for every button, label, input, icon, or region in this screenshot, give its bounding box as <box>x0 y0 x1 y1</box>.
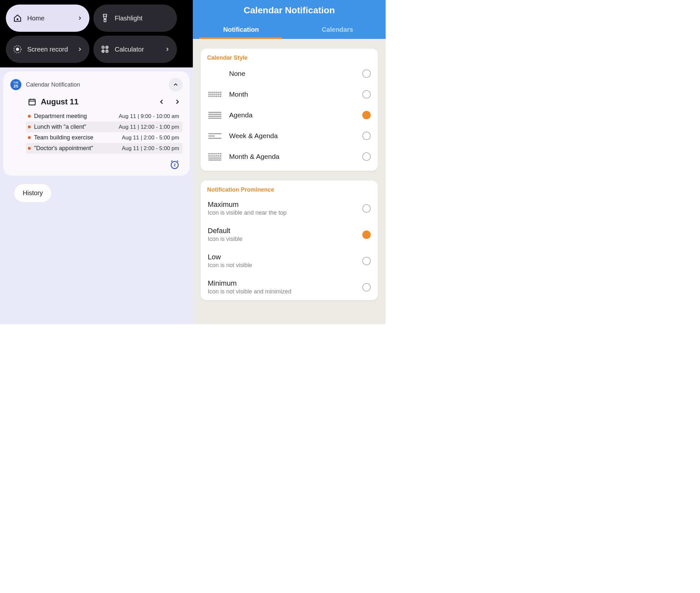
app-badge-icon: TUE 25 <box>10 79 22 90</box>
event-title: "Doctor's appointment" <box>34 145 93 152</box>
option-label: Month & Agenda <box>229 153 279 160</box>
event-row[interactable]: "Doctor's appointment" Aug 11 | 2:00 - 5… <box>26 143 182 154</box>
shortcut-label: Flashlight <box>115 14 142 22</box>
svg-rect-11 <box>29 99 35 105</box>
quick-shortcuts: Home Flashlight Screen record <box>0 0 193 68</box>
option-subtitle: Icon is visible and near the top <box>208 209 362 216</box>
style-option[interactable]: Week & Agenda <box>207 125 371 146</box>
event-dot-icon <box>28 136 31 139</box>
none-icon <box>208 69 222 78</box>
radio-button[interactable] <box>362 257 371 265</box>
style-option[interactable]: Agenda <box>207 105 371 125</box>
chevron-right-icon <box>77 15 82 21</box>
event-title: Team building exercise <box>34 134 93 141</box>
option-label: Default <box>208 227 362 235</box>
event-dot-icon <box>28 147 31 150</box>
events-list: Department meeting Aug 11 | 9:00 - 10:00… <box>10 111 182 154</box>
calendar-style-section: Calendar Style None Month Agenda Week & … <box>201 49 378 171</box>
calendar-notification-card[interactable]: TUE 25 Calendar Notification August 11 <box>3 71 190 176</box>
shortcut-home[interactable]: Home <box>6 5 89 32</box>
event-dot-icon <box>28 115 31 118</box>
option-label: Maximum <box>208 200 362 209</box>
event-row[interactable]: Team building exercise Aug 11 | 2:00 - 5… <box>26 132 182 143</box>
style-option[interactable]: None <box>207 63 371 84</box>
prominence-section: Notification Prominence Maximum Icon is … <box>201 181 378 300</box>
month-agenda-icon <box>208 152 222 161</box>
shortcut-label: Screen record <box>27 46 68 53</box>
event-title: Lunch with "a client" <box>34 123 86 130</box>
tab-notification[interactable]: Notification <box>193 23 289 37</box>
option-label: Week & Agenda <box>229 132 278 140</box>
option-label: Minimum <box>208 279 362 287</box>
event-row[interactable]: Department meeting Aug 11 | 9:00 - 10:00… <box>26 111 182 122</box>
radio-button[interactable] <box>362 283 371 291</box>
agenda-icon <box>208 111 222 120</box>
option-subtitle: Icon is not visible <box>208 262 362 269</box>
svg-text:Z: Z <box>174 163 176 167</box>
chevron-right-icon <box>77 47 82 52</box>
prev-day-button[interactable] <box>159 98 165 105</box>
svg-point-8 <box>103 50 104 51</box>
prominence-option[interactable]: Default Icon is visible <box>207 222 371 248</box>
history-button[interactable]: History <box>14 184 51 202</box>
radio-button[interactable] <box>362 152 371 161</box>
section-title: Calendar Style <box>207 54 371 61</box>
svg-point-2 <box>105 19 105 19</box>
svg-point-9 <box>103 51 104 52</box>
radio-button[interactable] <box>362 111 371 119</box>
week-agenda-icon <box>208 131 222 141</box>
svg-point-0 <box>17 19 18 20</box>
event-time: Aug 11 | 12:00 - 1:00 pm <box>119 124 179 130</box>
calculator-icon <box>100 45 110 54</box>
option-subtitle: Icon is not visible and minimized <box>208 288 362 295</box>
radio-button[interactable] <box>362 90 371 98</box>
svg-point-4 <box>16 48 19 50</box>
collapse-button[interactable] <box>169 78 182 91</box>
radio-button[interactable] <box>362 132 371 140</box>
radio-button[interactable] <box>362 231 371 239</box>
calendar-icon <box>28 97 36 106</box>
section-title: Notification Prominence <box>207 187 371 193</box>
shortcut-label: Calculator <box>115 46 144 53</box>
svg-point-10 <box>106 50 108 52</box>
shortcut-flashlight[interactable]: Flashlight <box>93 5 177 32</box>
month-icon <box>208 90 222 99</box>
svg-rect-1 <box>104 14 107 16</box>
shortcut-label: Home <box>27 14 44 22</box>
option-label: Low <box>208 253 362 261</box>
style-option[interactable]: Month & Agenda <box>207 146 371 167</box>
notification-app-title: Calendar Notification <box>26 81 80 88</box>
prominence-option[interactable]: Low Icon is not visible <box>207 248 371 274</box>
snooze-icon[interactable]: Z <box>169 160 180 170</box>
radio-button[interactable] <box>362 204 371 213</box>
option-label: Agenda <box>229 111 252 119</box>
option-label: None <box>229 70 245 78</box>
style-option[interactable]: Month <box>207 84 371 105</box>
event-time: Aug 11 | 9:00 - 10:00 am <box>119 113 179 120</box>
tab-calendars[interactable]: Calendars <box>289 23 386 37</box>
event-time: Aug 11 | 2:00 - 5:00 pm <box>122 145 179 152</box>
screen-record-icon <box>13 45 22 54</box>
option-subtitle: Icon is visible <box>208 236 362 242</box>
chevron-right-icon <box>165 47 170 52</box>
shortcut-calculator[interactable]: Calculator <box>93 36 177 63</box>
shortcut-screen-record[interactable]: Screen record <box>6 36 89 63</box>
settings-header: Calendar Notification Notification Calen… <box>193 0 386 39</box>
option-label: Month <box>229 90 248 98</box>
page-title: Calendar Notification <box>193 3 386 23</box>
next-day-button[interactable] <box>174 98 180 105</box>
prominence-option[interactable]: Minimum Icon is not visible and minimize… <box>207 274 371 300</box>
home-icon <box>13 14 22 23</box>
event-time: Aug 11 | 2:00 - 5:00 pm <box>122 134 179 141</box>
event-dot-icon <box>28 125 31 128</box>
flashlight-icon <box>100 14 110 23</box>
prominence-option[interactable]: Maximum Icon is visible and near the top <box>207 195 371 222</box>
event-row[interactable]: Lunch with "a client" Aug 11 | 12:00 - 1… <box>26 122 182 132</box>
date-title: August 11 <box>41 97 78 106</box>
radio-button[interactable] <box>362 69 371 78</box>
event-title: Department meeting <box>34 113 87 120</box>
